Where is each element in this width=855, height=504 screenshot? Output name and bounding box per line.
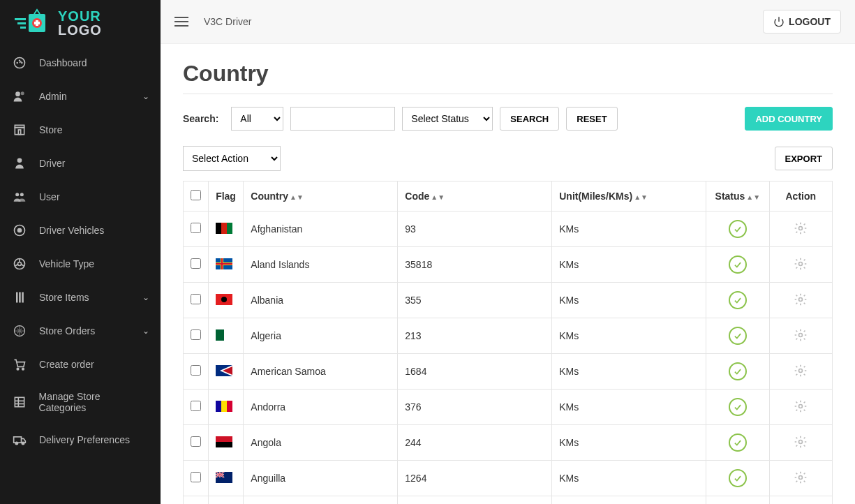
row-checkbox[interactable]	[191, 223, 201, 233]
page-title: Country	[183, 61, 833, 87]
status-active-icon[interactable]	[729, 255, 747, 274]
sidebar-item-driver[interactable]: Driver	[0, 147, 161, 180]
svg-rect-16	[18, 130, 20, 135]
row-action-button[interactable]	[794, 399, 808, 413]
svg-point-78	[799, 475, 803, 479]
sidebar-item-label: Admin	[39, 91, 67, 102]
cell-unit: KMs	[552, 247, 706, 283]
cell-country: Andorra	[244, 390, 398, 425]
svg-rect-29	[22, 292, 24, 303]
header-code[interactable]: Code▲▼	[398, 181, 552, 212]
row-action-button[interactable]	[794, 328, 808, 342]
header-country[interactable]: Country▲▼	[244, 181, 398, 212]
bulk-action-select[interactable]: Select Action	[183, 146, 281, 171]
sidebar-item-create-order[interactable]: Create order	[0, 348, 161, 381]
svg-rect-65	[216, 436, 232, 442]
status-active-icon[interactable]	[729, 469, 747, 487]
row-action-button[interactable]	[794, 221, 808, 235]
row-action-button[interactable]	[794, 364, 808, 378]
sidebar-item-store[interactable]: Store	[0, 113, 161, 147]
cell-country: Albania	[244, 283, 398, 318]
cell-unit: KMs	[552, 318, 706, 354]
export-button[interactable]: EXPORT	[775, 147, 833, 170]
svg-point-64	[799, 404, 803, 408]
user-icon	[13, 190, 29, 204]
row-checkbox[interactable]	[191, 294, 201, 304]
status-active-icon[interactable]	[729, 220, 747, 238]
sidebar-item-delivery-preferences[interactable]: Delivery Preferences	[0, 423, 161, 457]
flag-icon	[216, 472, 232, 483]
sidebar-item-driver-vehicles[interactable]: Driver Vehicles	[0, 214, 161, 247]
sidebar-item-dashboard[interactable]: Dashboard	[0, 46, 161, 80]
row-checkbox[interactable]	[191, 258, 201, 269]
sort-icon: ▲▼	[746, 195, 760, 199]
logout-label: LOGOUT	[789, 16, 831, 27]
row-action-button[interactable]	[794, 292, 808, 306]
cell-unit: KMs	[552, 390, 706, 425]
store-icon	[13, 123, 29, 137]
status-active-icon[interactable]	[729, 291, 747, 309]
sidebar-item-store-items[interactable]: Store Items⌄	[0, 281, 161, 314]
status-active-icon[interactable]	[729, 433, 747, 452]
row-checkbox[interactable]	[191, 472, 201, 482]
row-checkbox[interactable]	[191, 436, 201, 447]
search-input[interactable]	[290, 107, 395, 131]
logout-button[interactable]: LOGOUT	[763, 10, 841, 34]
row-checkbox[interactable]	[191, 365, 201, 376]
cart-icon	[13, 357, 29, 371]
svg-point-13	[21, 91, 24, 95]
topbar: V3C Driver LOGOUT	[161, 0, 855, 44]
search-button[interactable]: SEARCH	[500, 107, 559, 131]
row-checkbox[interactable]	[191, 329, 201, 340]
items-icon	[13, 290, 29, 304]
cell-code: 93	[398, 212, 552, 247]
svg-rect-49	[221, 258, 223, 269]
svg-point-60	[799, 369, 803, 372]
cell-unit: KMs	[552, 496, 706, 505]
cell-country: Algeria	[244, 318, 398, 354]
add-country-button[interactable]: ADD COUNTRY	[745, 107, 833, 131]
sidebar-item-manage-store-categories[interactable]: Manage Store Categories	[0, 381, 161, 423]
brand-text-top: YOUR	[58, 9, 102, 23]
brand-logo: YOUR LOGO	[0, 0, 161, 46]
svg-rect-41	[216, 223, 221, 234]
cell-code: 1264	[398, 461, 552, 496]
cell-country: Angola	[244, 425, 398, 461]
svg-point-67	[799, 440, 803, 443]
status-active-icon[interactable]	[729, 362, 747, 380]
cell-country: Anguilla	[244, 461, 398, 496]
status-select[interactable]: Select Status	[402, 107, 493, 131]
svg-rect-66	[216, 442, 232, 447]
status-active-icon[interactable]	[729, 398, 747, 416]
categories-icon	[13, 395, 29, 409]
sidebar-item-label: Store	[39, 124, 62, 135]
cell-code: 35818	[398, 247, 552, 283]
table-row: Albania355KMs	[184, 283, 833, 318]
reset-button[interactable]: RESET	[566, 107, 617, 131]
hamburger-icon[interactable]	[174, 17, 188, 27]
svg-point-50	[799, 262, 803, 265]
row-action-button[interactable]	[794, 470, 808, 484]
svg-line-11	[20, 61, 22, 64]
row-checkbox[interactable]	[191, 401, 201, 411]
search-filter-select[interactable]: All	[231, 107, 283, 131]
sidebar-item-vehicle-type[interactable]: Vehicle Type	[0, 247, 161, 281]
status-active-icon[interactable]	[729, 327, 747, 345]
row-action-button[interactable]	[794, 257, 808, 271]
sidebar-item-user[interactable]: User	[0, 180, 161, 214]
select-all-checkbox[interactable]	[191, 190, 201, 200]
svg-point-12	[15, 91, 20, 96]
cell-code: 376	[398, 390, 552, 425]
flag-icon	[216, 365, 232, 376]
sidebar-item-admin[interactable]: Admin⌄	[0, 80, 161, 113]
row-action-button[interactable]	[794, 435, 808, 449]
cell-unit: KMs	[552, 283, 706, 318]
sidebar-item-store-orders[interactable]: Store Orders⌄	[0, 314, 161, 348]
flag-icon	[216, 258, 232, 269]
svg-point-44	[799, 226, 803, 230]
header-status[interactable]: Status▲▼	[706, 181, 769, 212]
power-icon	[773, 16, 785, 27]
header-unit[interactable]: Unit(Miles/KMs)▲▼	[552, 181, 706, 212]
cell-country: American Samoa	[244, 354, 398, 390]
svg-rect-43	[227, 223, 232, 234]
